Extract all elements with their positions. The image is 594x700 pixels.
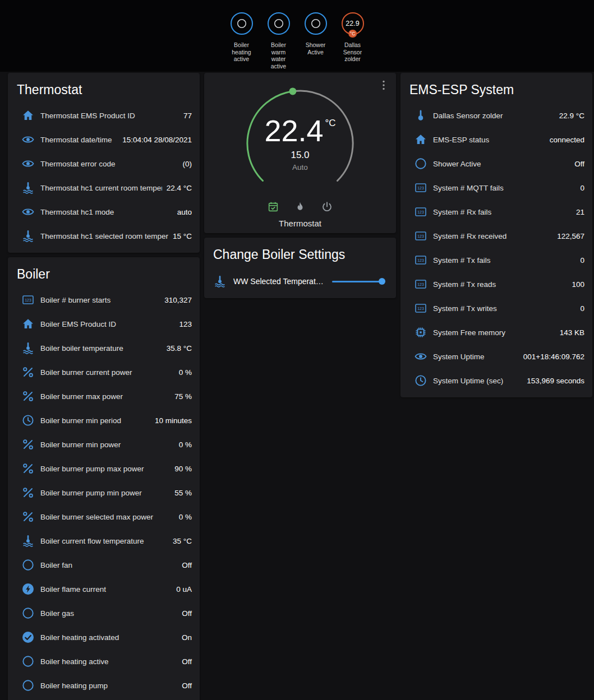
entity-value: 123 (179, 320, 192, 328)
entity-row[interactable]: System # Tx fails0 (400, 248, 592, 272)
memory-icon (414, 326, 427, 339)
entity-row[interactable]: System Free memory143 KB (400, 321, 592, 345)
badge-circle (231, 12, 253, 35)
entity-row[interactable]: System # Rx fails21 (400, 200, 592, 224)
entity-label: System # Tx fails (433, 256, 575, 265)
entity-value: auto (177, 208, 192, 216)
dial-readout: 22.4°C 15.0 Auto (244, 87, 356, 200)
entity-value: 55 % (174, 489, 192, 497)
calendar-check-icon[interactable] (267, 201, 279, 213)
entity-row[interactable]: System Uptime001+18:46:09.762 (400, 345, 592, 369)
power-icon[interactable] (321, 201, 333, 213)
percent-icon (21, 462, 35, 475)
entity-row[interactable]: Boiler burner current power0 % (8, 360, 200, 384)
badge-dallas-sensor-zolder[interactable]: 22.9 °C Dallas Sensor zolder (338, 12, 368, 72)
entity-value: Off (182, 609, 192, 618)
thermometer-water-icon (213, 275, 227, 288)
entity-value: 22.9 °C (559, 112, 584, 120)
entity-row[interactable]: Boiler gasOff (8, 601, 200, 625)
column-middle: 22.4°C 15.0 Auto Thermostat Change Boile… (204, 73, 396, 700)
ww-temperature-slider[interactable] (332, 277, 384, 285)
badge-label: Dallas Sensor zolder (338, 41, 368, 63)
card-title: Thermostat (8, 73, 200, 104)
entity-row[interactable]: Thermostat hc1 modeauto (8, 200, 200, 224)
entity-row[interactable]: System # Rx received122,567 (400, 224, 592, 248)
entity-label: Boiler burner current power (40, 368, 174, 377)
entity-row[interactable]: Boiler heating activeOff (8, 650, 200, 674)
entity-label: Boiler burner min power (40, 441, 174, 449)
counter-icon (21, 293, 35, 307)
entity-row[interactable]: Boiler burner min power0 % (8, 433, 200, 457)
badge-bar: Boiler heating active Boiler warm water … (0, 0, 594, 72)
entity-row[interactable]: Thermostat hc1 selected room temper…15 °… (8, 224, 200, 248)
entity-row[interactable]: Boiler # burner starts310,327 (8, 288, 200, 312)
entity-value: 143 KB (560, 328, 584, 337)
entity-row[interactable]: Thermostat hc1 current room temper…22.4 … (8, 176, 200, 200)
entity-value: 153,969 seconds (527, 377, 584, 385)
entity-row[interactable]: System # Tx writes0 (400, 296, 592, 321)
entity-label: Boiler gas (40, 609, 177, 618)
entity-row[interactable]: System # MQTT fails0 (400, 176, 592, 200)
counter-icon (414, 205, 427, 219)
entity-row[interactable]: Boiler EMS Product ID123 (8, 312, 200, 336)
entity-label: System # Tx writes (433, 304, 575, 313)
entity-row[interactable]: System # Tx reads100 (400, 272, 592, 296)
entity-row[interactable]: Shower ActiveOff (400, 152, 592, 176)
percent-icon (21, 365, 35, 379)
badge-boiler-heating-active[interactable]: Boiler heating active (227, 12, 257, 72)
entity-value: 35.8 °C (167, 344, 192, 353)
entity-label: System # Rx received (433, 232, 552, 240)
entity-row[interactable]: Boiler burner min period10 minutes (8, 409, 200, 433)
dots-vertical-icon[interactable] (377, 78, 390, 92)
entity-value: 21 (576, 208, 584, 216)
entity-label: Boiler burner pump min power (40, 489, 170, 497)
entity-row[interactable]: Boiler burner pump min power55 % (8, 481, 200, 505)
thermometer-water-icon (21, 229, 35, 243)
slider-handle[interactable] (379, 278, 385, 285)
entity-row[interactable]: Boiler flame current0 uA (8, 577, 200, 601)
circle-outline-icon (236, 18, 247, 29)
badge-shower-active[interactable]: Shower Active (301, 12, 331, 72)
entity-row[interactable]: Dallas Sensor zolder22.9 °C (400, 104, 592, 128)
entity-row[interactable]: EMS-ESP statusconnected (400, 128, 592, 152)
entity-value: Off (182, 561, 192, 569)
entity-value: Off (182, 657, 192, 666)
entity-row[interactable]: Boiler boiler temperature35.8 °C (8, 336, 200, 360)
change-boiler-settings-card: Change Boiler Settings WW Selected Tempe… (204, 238, 396, 298)
entity-row[interactable]: Thermostat date/time15:04:04 28/08/2021 (8, 128, 200, 152)
percent-icon (21, 438, 35, 451)
counter-icon (414, 277, 427, 291)
column-left: Thermostat Thermostat EMS Product ID77Th… (8, 73, 200, 700)
fire-icon[interactable] (294, 201, 306, 213)
entity-value: 0 uA (176, 585, 192, 594)
entity-value: Off (182, 682, 192, 690)
entity-value: 15 °C (173, 232, 192, 240)
entity-row[interactable]: Boiler current flow temperature35 °C (8, 529, 200, 553)
entity-row[interactable]: Boiler heating pumpOff (8, 674, 200, 698)
circle-outline-icon (273, 18, 284, 29)
entity-value: 0 (580, 184, 584, 192)
counter-icon (414, 229, 427, 243)
entity-row[interactable]: Boiler burner max power75 % (8, 384, 200, 409)
entity-value: 10 minutes (155, 416, 192, 425)
entity-row[interactable]: System Uptime (sec)153,969 seconds (400, 369, 592, 393)
entity-value: connected (550, 136, 584, 144)
entity-label: Boiler # burner starts (40, 296, 160, 304)
entity-row[interactable]: Boiler burner pump max power90 % (8, 457, 200, 481)
percent-icon (21, 390, 35, 403)
entity-label: Shower Active (433, 160, 570, 168)
entity-rows: Boiler # burner starts310,327Boiler EMS … (8, 288, 200, 700)
entity-value: 122,567 (557, 232, 584, 240)
entity-row[interactable]: Thermostat error code(0) (8, 152, 200, 176)
entity-row[interactable]: Boiler fanOff (8, 553, 200, 577)
entity-label: Thermostat date/time (40, 136, 118, 144)
entity-row[interactable]: Thermostat EMS Product ID77 (8, 104, 200, 128)
entity-row[interactable]: Boiler heating activatedOn (8, 625, 200, 650)
hvac-mode-buttons (204, 201, 396, 213)
entity-row[interactable]: Boiler burner selected max power0 % (8, 505, 200, 529)
badge-boiler-warm-water-active[interactable]: Boiler warm water active (264, 12, 294, 72)
entity-label: System # Rx fails (433, 208, 572, 216)
entity-value: 310,327 (164, 296, 192, 304)
entity-value: 22.4 °C (167, 184, 192, 192)
column-right: EMS-ESP System Dallas Sensor zolder22.9 … (400, 73, 592, 700)
